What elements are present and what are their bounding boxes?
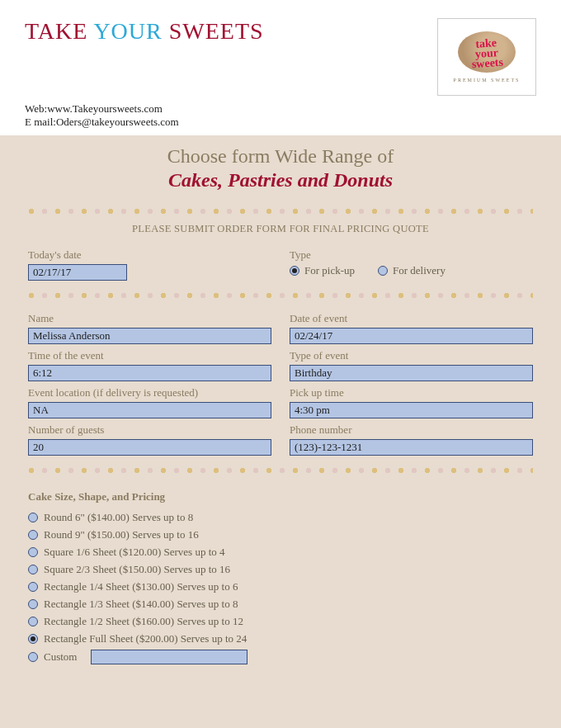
cake-section-heading: Cake Size, Shape, and Pricing bbox=[0, 482, 561, 507]
divider-icon bbox=[28, 467, 533, 474]
event-time-input[interactable] bbox=[28, 365, 271, 381]
event-type-label: Type of event bbox=[290, 349, 533, 362]
cake-option-label: Custom bbox=[44, 650, 77, 664]
cake-option[interactable]: Rectangle 1/3 Sheet ($140.00) Serves up … bbox=[28, 598, 533, 611]
cake-option-label: Round 9" ($150.00) Serves up to 16 bbox=[44, 528, 199, 541]
instruction-text: PLEASE SUBMIT ORDER FORM FOR FINAL PRICI… bbox=[0, 223, 561, 235]
radio-icon bbox=[28, 599, 38, 609]
name-label: Name bbox=[28, 312, 271, 325]
radio-icon bbox=[28, 547, 38, 557]
cake-option-label: Rectangle 1/4 Sheet ($130.00) Serves up … bbox=[44, 580, 238, 593]
brand-word-2: YOUR bbox=[93, 18, 162, 44]
guests-input[interactable] bbox=[28, 439, 271, 456]
phone-label: Phone number bbox=[290, 423, 533, 437]
radio-icon bbox=[28, 617, 38, 626]
cake-option[interactable]: Square 1/6 Sheet ($120.00) Serves up to … bbox=[28, 546, 533, 559]
cake-option-label: Square 2/3 Sheet ($150.00) Serves up to … bbox=[44, 563, 230, 576]
cake-option[interactable]: Rectangle 1/2 Sheet ($160.00) Serves up … bbox=[28, 615, 533, 628]
order-form: Choose form Wide Range of Cakes, Pastrie… bbox=[0, 135, 561, 728]
cake-option-label: Rectangle Full Sheet ($200.00) Serves up… bbox=[44, 632, 247, 645]
divider-icon bbox=[28, 208, 533, 215]
radio-icon bbox=[28, 634, 38, 644]
pickup-time-input[interactable] bbox=[290, 402, 533, 418]
pickup-time-label: Pick up time bbox=[290, 386, 533, 399]
phone-input[interactable] bbox=[290, 439, 533, 456]
custom-cake-input[interactable] bbox=[91, 650, 248, 664]
radio-icon bbox=[28, 652, 38, 662]
email-label: E mail: bbox=[25, 116, 56, 128]
radio-icon bbox=[378, 266, 388, 276]
brand-word-1: TAKE bbox=[25, 18, 87, 44]
event-location-label: Event location (if delivery is requested… bbox=[28, 386, 271, 399]
cake-option-label: Round 6" ($140.00) Serves up to 8 bbox=[44, 511, 193, 524]
cake-option[interactable]: Square 2/3 Sheet ($150.00) Serves up to … bbox=[28, 563, 533, 576]
radio-icon bbox=[28, 565, 38, 574]
type-pickup-label: For pick-up bbox=[304, 264, 355, 277]
cake-option-list: Round 6" ($140.00) Serves up to 8Round 9… bbox=[0, 511, 561, 664]
divider-icon bbox=[28, 292, 533, 299]
web-url: www.Takeyoursweets.com bbox=[47, 102, 163, 115]
radio-icon bbox=[28, 530, 38, 540]
radio-icon bbox=[290, 266, 299, 276]
contact-block: Web:www.Takeyoursweets.com E mail:Oders@… bbox=[0, 102, 561, 135]
event-time-label: Time of the event bbox=[28, 349, 271, 362]
cake-option-label: Square 1/6 Sheet ($120.00) Serves up to … bbox=[44, 546, 225, 559]
cake-option[interactable]: Custom bbox=[28, 650, 533, 664]
type-delivery-option[interactable]: For delivery bbox=[378, 264, 446, 277]
todays-date-label: Today's date bbox=[28, 248, 271, 262]
brand-title: TAKE YOUR SWEETS bbox=[25, 18, 264, 45]
cake-option[interactable]: Round 6" ($140.00) Serves up to 8 bbox=[28, 511, 533, 524]
web-label: Web: bbox=[25, 102, 47, 115]
name-input[interactable] bbox=[28, 328, 271, 344]
cake-option[interactable]: Round 9" ($150.00) Serves up to 16 bbox=[28, 528, 533, 541]
radio-icon bbox=[28, 513, 38, 522]
event-location-input[interactable] bbox=[28, 402, 271, 418]
radio-icon bbox=[28, 582, 38, 592]
hero-line-1: Choose form Wide Range of bbox=[16, 145, 544, 168]
event-date-label: Date of event bbox=[290, 312, 533, 325]
type-delivery-label: For delivery bbox=[393, 264, 446, 277]
type-pickup-option[interactable]: For pick-up bbox=[290, 264, 355, 277]
cake-option-label: Rectangle 1/2 Sheet ($160.00) Serves up … bbox=[44, 615, 243, 628]
email-address: Oders@takeyoursweets.com bbox=[56, 116, 179, 128]
cake-option[interactable]: Rectangle Full Sheet ($200.00) Serves up… bbox=[28, 632, 533, 645]
event-date-input[interactable] bbox=[290, 328, 533, 344]
cake-option-label: Rectangle 1/3 Sheet ($140.00) Serves up … bbox=[44, 598, 238, 611]
logo-script: takeyoursweets bbox=[470, 38, 504, 69]
cake-option[interactable]: Rectangle 1/4 Sheet ($130.00) Serves up … bbox=[28, 580, 533, 593]
brand-word-3: SWEETS bbox=[169, 18, 264, 44]
logo: takeyoursweets PREMIUM SWEETS bbox=[437, 18, 536, 96]
type-label: Type bbox=[290, 248, 533, 262]
todays-date-input[interactable] bbox=[28, 264, 127, 281]
guests-label: Number of guests bbox=[28, 423, 271, 437]
hero-line-2: Cakes, Pastries and Donuts bbox=[16, 169, 544, 191]
logo-tagline: PREMIUM SWEETS bbox=[454, 78, 521, 83]
event-type-input[interactable] bbox=[290, 365, 533, 381]
